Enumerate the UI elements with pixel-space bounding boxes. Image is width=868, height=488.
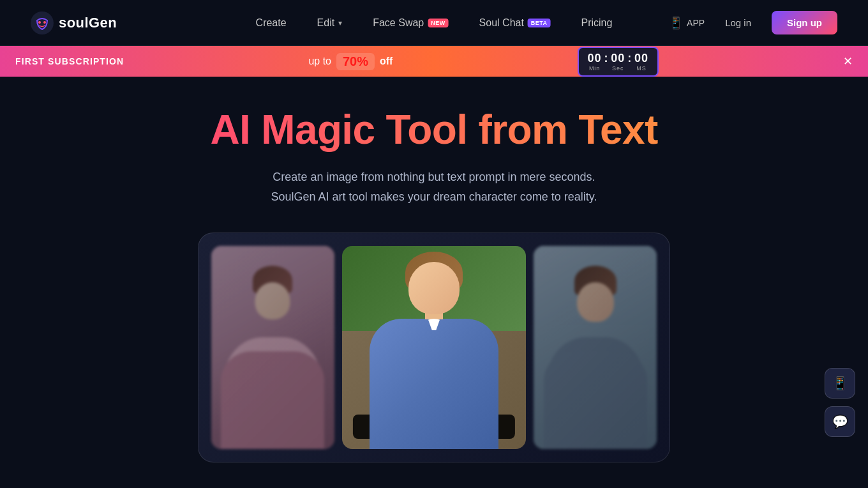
promo-off: off — [380, 56, 393, 67]
countdown-timer: 00 Min : 00 Sec : 00 MS — [578, 47, 659, 77]
promo-first-text: FIRST SUBSCRIPTION — [15, 56, 124, 66]
nav-right: 📱 APP Log in Sign up — [669, 11, 837, 34]
promo-close-button[interactable]: ✕ — [843, 56, 853, 67]
logo-text: soulGen — [59, 15, 117, 31]
carousel-image-center: Edit Clothing — [342, 246, 527, 449]
navbar: soulGen Create Edit ▾ Face Swap NEW Soul… — [0, 0, 868, 46]
carousel-image-left — [211, 246, 334, 449]
edit-dropdown-icon: ▾ — [338, 19, 342, 27]
mobile-icon: 📱 — [669, 16, 683, 30]
soul-chat-badge: BETA — [528, 19, 551, 27]
svg-point-0 — [31, 11, 54, 34]
floating-buttons: 📱 💬 — [825, 368, 855, 437]
hero-section: AI Magic Tool from Text Create an image … — [0, 77, 868, 488]
hero-subtitle: Create an image from nothing but text pr… — [271, 167, 597, 206]
nav-face-swap[interactable]: Face Swap NEW — [373, 17, 448, 29]
timer-min: 00 Min — [588, 52, 602, 72]
timer-sec: 00 Sec — [611, 52, 625, 72]
timer-ms: 00 MS — [634, 52, 648, 72]
nav-create[interactable]: Create — [256, 17, 287, 29]
face-swap-badge: NEW — [428, 19, 448, 27]
carousel-image-right — [534, 246, 657, 449]
promo-banner: FIRST SUBSCRIPTION up to 70% off 00 Min … — [0, 46, 868, 77]
nav-soul-chat[interactable]: Soul Chat BETA — [479, 17, 551, 29]
nav-pricing[interactable]: Pricing — [581, 17, 613, 29]
floating-chat-button[interactable]: 💬 — [825, 406, 855, 437]
svg-point-2 — [43, 21, 46, 24]
floating-app-button[interactable]: 📱 — [825, 368, 855, 399]
svg-point-1 — [38, 21, 41, 24]
login-button[interactable]: Log in — [715, 12, 761, 33]
signup-button[interactable]: Sign up — [772, 11, 837, 34]
promo-up-to: up to — [308, 56, 331, 67]
promo-offer: up to 70% off — [308, 53, 393, 70]
nav-links: Create Edit ▾ Face Swap NEW Soul Chat BE… — [256, 17, 613, 29]
logo[interactable]: soulGen — [31, 11, 117, 34]
app-button[interactable]: 📱 APP — [669, 16, 705, 30]
nav-edit[interactable]: Edit ▾ — [317, 17, 343, 29]
hero-title: AI Magic Tool from Text — [210, 107, 657, 152]
hero-title-highlight: AI Magic Tool from Text — [210, 107, 657, 153]
promo-percent: 70% — [336, 53, 375, 70]
image-carousel: Edit Clothing — [198, 233, 670, 462]
chat-icon: 💬 — [832, 414, 848, 429]
mobile-phone-icon: 📱 — [832, 376, 848, 391]
